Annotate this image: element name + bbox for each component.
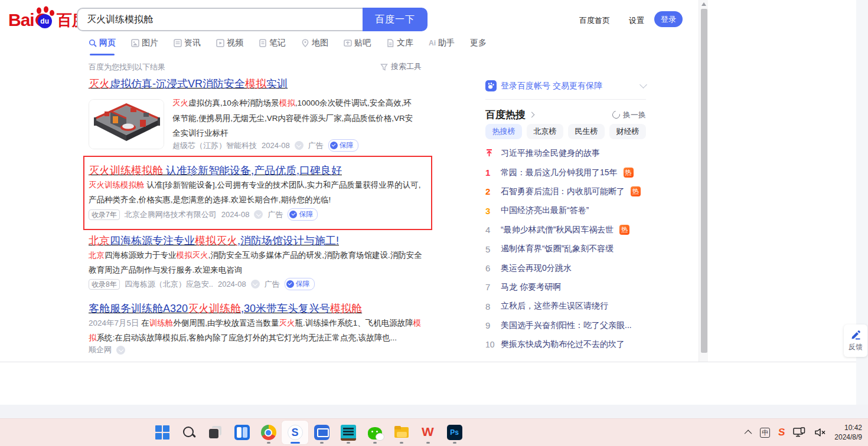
- search-tools[interactable]: 搜索工具: [380, 61, 422, 72]
- hot-list-item[interactable]: 5 遏制体育界“饭圈”乱象刻不容缓: [485, 240, 646, 258]
- chrome-taskbar-button[interactable]: [255, 421, 282, 444]
- result-title[interactable]: 灭火训练模拟舱 认准珍新智能设备,产品优质,口碑良好: [89, 164, 342, 178]
- result-source-row: 顺企网: [89, 345, 125, 355]
- tab-more[interactable]: 更多: [470, 38, 487, 51]
- chevron-down-icon[interactable]: [639, 81, 647, 88]
- refresh-button[interactable]: 换一换: [612, 110, 646, 120]
- hot-list-item[interactable]: 9 美国选手兴奋剂阳性：吃了父亲眼...: [485, 316, 646, 335]
- hot-list-item[interactable]: 4 “最帅少林武僧”秋风因车祸去世 热: [485, 221, 646, 240]
- login-button[interactable]: 登录: [654, 11, 683, 27]
- windows-taskbar: S W Ps 中 S: [0, 418, 868, 446]
- result-options-icon[interactable]: [295, 141, 304, 150]
- indexed-age-badge: 收录7年: [89, 209, 120, 220]
- tab-wenku[interactable]: 文库: [386, 38, 413, 51]
- clock-date: 2024/8/9: [834, 432, 862, 442]
- ad-label: 广告: [308, 140, 324, 151]
- hot-list-item[interactable]: 8 立秋后，这些养生误区请绕行: [485, 297, 646, 316]
- result-title[interactable]: 客舱服务训练舱A320灭火训练舱,30米带车头复兴号模拟舱: [89, 302, 362, 316]
- hot-list-item[interactable]: 10 樊振东快成为勒布伦过不去的坎了: [485, 335, 646, 354]
- tab-tieba[interactable]: 贴吧: [344, 38, 371, 51]
- chevron-right-icon[interactable]: [529, 112, 535, 118]
- cast-device-icon[interactable]: [793, 427, 806, 438]
- sidebar-divider: [485, 99, 646, 100]
- tab-video[interactable]: 视频: [216, 38, 243, 51]
- result-description: 灭火训练模拟舱 认准[珍新智能设备],公司拥有专业的技术团队,实力和产品质量获得…: [89, 178, 423, 207]
- search-input[interactable]: 灭火训练模拟舱: [77, 8, 363, 31]
- hot-tab-finance[interactable]: 财经榜: [609, 124, 646, 139]
- hot-list-item[interactable]: 6 奥运会再现0分跳水: [485, 258, 646, 277]
- tab-news[interactable]: 资讯: [174, 38, 201, 51]
- tab-maps[interactable]: 地图: [301, 38, 328, 51]
- result-options-icon[interactable]: [254, 210, 263, 219]
- task-view-icon: [208, 425, 223, 440]
- result-title[interactable]: 北京四海栋源专注专业模拟灭火,消防场馆设计与施工!: [89, 234, 339, 248]
- baidu-home-link[interactable]: 百度首页: [579, 15, 610, 26]
- video-icon: [216, 39, 224, 47]
- tab-webpage[interactable]: 网页: [89, 38, 116, 51]
- hot-tab-general[interactable]: 热搜榜: [485, 124, 522, 139]
- hot-search-title[interactable]: 百度热搜: [485, 108, 526, 122]
- source-name[interactable]: 顺企网: [89, 345, 112, 355]
- check-icon: [289, 211, 297, 218]
- result-title[interactable]: 灭火虚拟仿真-沉浸式VR消防安全模拟实训: [89, 77, 288, 91]
- file-explorer-taskbar-button[interactable]: [388, 421, 415, 444]
- sogou-browser-taskbar-button[interactable]: S: [282, 421, 308, 444]
- hot-list-item[interactable]: 习近平推动全民健身的故事: [485, 144, 646, 163]
- indexed-age-badge: 收录8年: [89, 279, 120, 290]
- running-indicator: [426, 442, 430, 444]
- image-icon: [131, 39, 139, 47]
- sogou-browser-icon: S: [288, 425, 303, 440]
- volume-muted-icon[interactable]: [814, 428, 826, 437]
- settings-link[interactable]: 设置: [629, 15, 644, 26]
- result-options-icon[interactable]: [251, 280, 260, 288]
- wechat-taskbar-button[interactable]: [361, 421, 388, 444]
- pc-guard-taskbar-button[interactable]: [308, 421, 335, 444]
- result-description: 北京四海栋源致力于专业模拟灭火,消防安全互动多媒体产品的研发,消防教育场馆建设.…: [89, 248, 423, 277]
- check-icon: [330, 142, 338, 149]
- source-name[interactable]: 超级芯（江苏）智能科技: [172, 140, 257, 151]
- wps-icon: W: [420, 425, 436, 439]
- result-options-icon[interactable]: [116, 346, 125, 355]
- search-button[interactable]: 百度一下: [363, 8, 428, 31]
- search-tab-icon: [89, 39, 97, 47]
- feedback-button[interactable]: 反馈: [844, 324, 867, 357]
- ime-language-icon[interactable]: 中: [760, 428, 770, 438]
- guarantee-badge[interactable]: 保障: [288, 208, 318, 221]
- baidu-logo[interactable]: Bai du 百度: [8, 7, 87, 33]
- notepad-taskbar-button[interactable]: [335, 421, 361, 444]
- hot-list-item[interactable]: 2 石智勇赛后流泪：内收肌可能断了 热: [485, 182, 646, 201]
- scrollbar-thumb[interactable]: [701, 9, 707, 353]
- source-name[interactable]: 四海栋源（北京）应急安..: [125, 279, 213, 290]
- start-button[interactable]: [149, 421, 175, 444]
- scrollbar-up-arrow[interactable]: [701, 2, 706, 6]
- guarantee-badge[interactable]: 保障: [328, 139, 358, 152]
- wechat-icon: [368, 427, 382, 440]
- scrollbar[interactable]: [699, 0, 708, 362]
- source-name[interactable]: 北京企腾网络技术有限公司: [125, 209, 217, 220]
- taskbar-search-button[interactable]: [175, 421, 202, 444]
- tab-ai-assistant[interactable]: Ai 助手: [429, 38, 455, 51]
- search-bar: 灭火训练模拟舱 × 百度一下: [77, 8, 428, 31]
- hot-list-item[interactable]: 7 马龙 你要考研啊: [485, 278, 646, 297]
- widgets-button[interactable]: [229, 421, 255, 444]
- logo-text-bai: Bai: [8, 10, 34, 30]
- hot-list-item[interactable]: 1 常园：最后这几分钟我用了15年 热: [485, 163, 646, 182]
- hot-badge: 热: [619, 225, 629, 235]
- tab-notes[interactable]: 笔记: [259, 38, 286, 51]
- task-view-button[interactable]: [202, 421, 229, 444]
- taskbar-clock[interactable]: 10:42 2024/8/9: [834, 423, 862, 442]
- tab-images[interactable]: 图片: [131, 38, 158, 51]
- result-thumbnail[interactable]: [89, 99, 164, 149]
- result-date: 2024-08: [218, 280, 246, 288]
- guarantee-badge[interactable]: 保障: [285, 278, 315, 290]
- photoshop-taskbar-button[interactable]: Ps: [441, 421, 468, 444]
- hot-list-item[interactable]: 3 中国经济亮出最新“答卷”: [485, 201, 646, 220]
- sogou-input-icon[interactable]: S: [778, 427, 785, 438]
- wps-taskbar-button[interactable]: W: [415, 421, 441, 444]
- hot-tab-livelihood[interactable]: 民生榜: [568, 124, 605, 139]
- login-promo-banner[interactable]: 登录百度帐号 交易更有保障: [485, 80, 646, 91]
- hot-tab-beijing[interactable]: 北京榜: [527, 124, 563, 139]
- baidu-account-icon: [485, 80, 497, 91]
- hidden-icons-chevron[interactable]: [745, 429, 752, 437]
- news-icon: [174, 39, 182, 47]
